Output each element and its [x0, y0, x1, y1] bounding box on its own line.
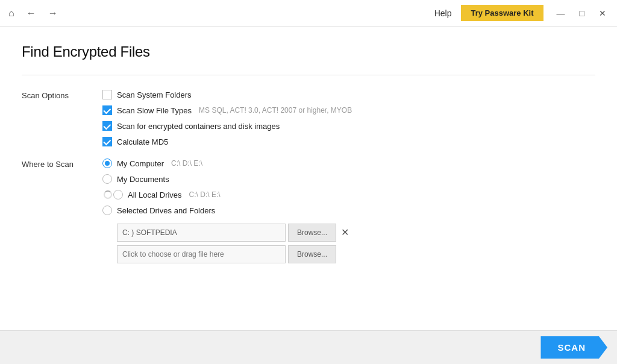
calculate-md5-checkbox[interactable] — [102, 137, 112, 146]
drive-input-area: Browse... ✕ Browse... — [117, 224, 351, 263]
help-button[interactable]: Help — [427, 6, 459, 20]
scan-encrypted-containers-option: Scan for encrypted containers and disk i… — [102, 121, 352, 131]
forward-button[interactable]: → — [45, 5, 61, 21]
my-computer-label: My Computer — [117, 159, 164, 168]
titlebar-left: ⌂ ← → — [5, 5, 61, 21]
scan-button[interactable]: SCAN — [540, 336, 607, 359]
scan-system-folders-checkbox[interactable] — [102, 90, 112, 99]
my-computer-hint: C:\ D:\ E:\ — [171, 159, 202, 168]
scan-slow-file-types-hint: MS SQL, ACT! 3.0, ACT! 2007 or higher, M… — [199, 106, 352, 115]
all-local-drives-radio[interactable] — [113, 190, 123, 199]
scan-slow-file-types-option: Scan Slow File Types MS SQL, ACT! 3.0, A… — [102, 105, 352, 115]
calculate-md5-option: Calculate MD5 — [102, 137, 352, 146]
where-to-scan-row: Where to Scan My Computer C:\ D:\ E:\ My… — [22, 158, 595, 263]
maximize-button[interactable]: □ — [574, 6, 590, 20]
close-button[interactable]: ✕ — [593, 6, 612, 20]
scan-slow-file-types-checkbox[interactable] — [102, 105, 112, 115]
titlebar: ⌂ ← → Help Try Passware Kit — □ ✕ — [0, 0, 617, 27]
my-computer-option: My Computer C:\ D:\ E:\ — [102, 158, 351, 168]
my-computer-radio[interactable] — [102, 158, 112, 168]
drive-entry-0: Browse... ✕ — [117, 224, 351, 242]
where-to-scan-list: My Computer C:\ D:\ E:\ My Documents All… — [102, 158, 351, 263]
bottom-bar: SCAN — [0, 330, 617, 364]
scan-encrypted-containers-label: Scan for encrypted containers and disk i… — [117, 122, 280, 131]
form-section: Scan Options Scan System Folders Scan Sl… — [22, 90, 595, 263]
browse-button-new[interactable]: Browse... — [288, 245, 336, 263]
try-passware-button[interactable]: Try Passware Kit — [461, 5, 543, 21]
selected-drives-option: Selected Drives and Folders — [102, 206, 351, 215]
my-documents-label: My Documents — [117, 175, 169, 184]
scan-options-row: Scan Options Scan System Folders Scan Sl… — [22, 90, 595, 146]
scan-options-list: Scan System Folders Scan Slow File Types… — [102, 90, 352, 146]
back-button[interactable]: ← — [23, 5, 40, 21]
scan-encrypted-containers-checkbox[interactable] — [102, 121, 112, 131]
divider — [22, 75, 595, 75]
selected-drives-label: Selected Drives and Folders — [117, 206, 215, 215]
where-to-scan-label: Where to Scan — [22, 158, 88, 169]
browse-button-0[interactable]: Browse... — [288, 224, 336, 242]
home-button[interactable]: ⌂ — [5, 5, 18, 21]
scan-system-folders-label: Scan System Folders — [117, 90, 192, 99]
loading-spinner — [104, 190, 112, 199]
all-local-drives-label: All Local Drives — [128, 190, 182, 199]
minimize-button[interactable]: — — [551, 6, 571, 20]
scan-options-label: Scan Options — [22, 90, 88, 100]
remove-drive-button-0[interactable]: ✕ — [339, 228, 351, 237]
selected-drives-radio[interactable] — [102, 206, 112, 215]
my-documents-option: My Documents — [102, 174, 351, 184]
scan-slow-file-types-label: Scan Slow File Types — [117, 106, 192, 115]
titlebar-right: Help Try Passware Kit — □ ✕ — [427, 5, 612, 21]
drive-entry-new: Browse... — [117, 245, 351, 263]
all-local-drives-option: All Local Drives C:\ D:\ E:\ — [102, 190, 351, 199]
all-local-drives-hint: C:\ D:\ E:\ — [189, 190, 221, 199]
drive-input-new[interactable] — [117, 245, 286, 263]
scan-system-folders-option: Scan System Folders — [102, 90, 352, 99]
drive-input-0[interactable] — [117, 224, 286, 242]
calculate-md5-label: Calculate MD5 — [117, 137, 168, 146]
page-title: Find Encrypted Files — [22, 43, 595, 60]
main-content: Find Encrypted Files Scan Options Scan S… — [0, 27, 617, 330]
my-documents-radio[interactable] — [102, 174, 112, 184]
